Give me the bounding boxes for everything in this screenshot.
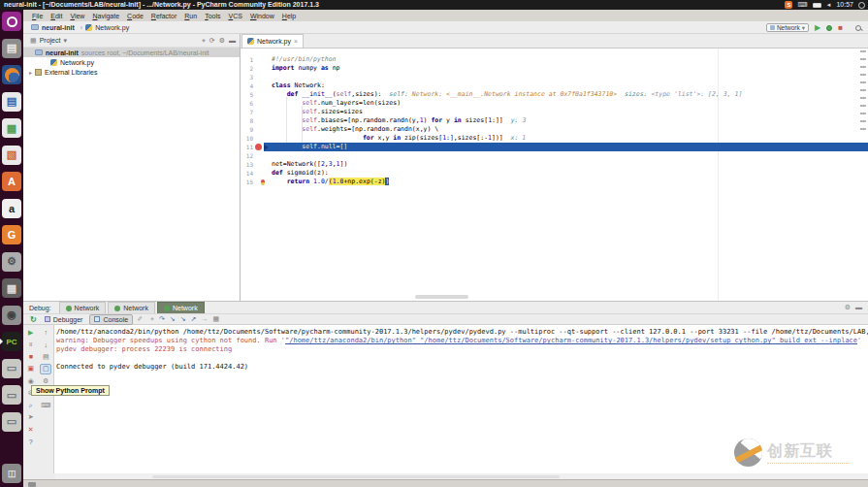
gutter[interactable] — [253, 178, 264, 186]
line-number[interactable]: 6 — [241, 99, 253, 108]
project-header-icon-0[interactable]: ⌖ — [202, 37, 206, 45]
up-stack-button[interactable]: ↑ — [40, 327, 51, 338]
gutter[interactable] — [253, 73, 264, 81]
launcher-icon-libreoffice-impress[interactable]: ▧ — [2, 146, 21, 165]
launcher-icon-trash[interactable]: ◫ — [2, 464, 21, 483]
launcher-icon-system-settings[interactable]: ⚙ — [2, 252, 21, 272]
help-button[interactable]: ? — [25, 437, 37, 447]
error-stripe[interactable] — [860, 50, 867, 136]
line-number[interactable]: 8 — [241, 116, 253, 125]
editor-hscrollbar[interactable] — [415, 295, 468, 299]
launcher-icon-disk-drive[interactable]: ▭ — [2, 412, 21, 432]
battery-icon[interactable] — [813, 3, 821, 8]
resume-button[interactable]: ▶ — [25, 327, 37, 338]
breadcrumb-item-network-py[interactable]: Network.py — [85, 24, 129, 31]
menu-item-vcs[interactable]: VCS — [229, 13, 242, 19]
gutter[interactable] — [253, 160, 264, 169]
launcher-icon-screenshot[interactable]: ◉ — [2, 306, 21, 325]
gutter[interactable] — [253, 90, 264, 99]
line-number[interactable]: 5 — [241, 90, 253, 99]
rerun-icon[interactable]: ↻ — [30, 315, 37, 324]
project-header-icon-1[interactable]: ⟳ — [209, 37, 215, 45]
run-to-cursor[interactable]: → — [201, 315, 208, 323]
launcher-icon-amazon[interactable]: a — [2, 199, 21, 218]
gutter[interactable] — [253, 108, 264, 116]
debug-session-tab-2[interactable]: Network — [157, 302, 205, 313]
line-number[interactable]: 9 — [241, 125, 253, 134]
run-configuration-select[interactable]: Network▾ — [766, 23, 809, 32]
stripe-mark[interactable] — [860, 58, 866, 60]
layout-button[interactable]: ▤ — [40, 351, 51, 362]
evaluate-expression[interactable]: ▦ — [212, 315, 219, 323]
gutter[interactable] — [253, 116, 264, 125]
show-execution-point[interactable]: ⌖ — [150, 315, 154, 323]
search-button[interactable]: ⌕ — [25, 400, 37, 410]
gutter[interactable] — [253, 151, 264, 160]
code-area[interactable]: 1#!/usr/bin/python2import numpy as np34c… — [241, 49, 868, 301]
stripe-mark[interactable] — [860, 66, 866, 68]
launcher-icon-google-app[interactable]: G — [2, 225, 21, 244]
line-number[interactable]: 14 — [241, 169, 253, 178]
toolbox-icon[interactable] — [28, 482, 36, 487]
launcher-icon-disk-drive[interactable]: ▭ — [2, 359, 21, 378]
console-link[interactable]: "/home/ttz/anaconda2/bin/python" "/home/… — [285, 337, 857, 344]
menu-item-refactor[interactable]: Refactor — [151, 13, 177, 19]
close-tab-icon[interactable]: × — [294, 38, 298, 45]
debug-button[interactable] — [826, 25, 832, 31]
menu-item-tools[interactable]: Tools — [205, 13, 220, 19]
editor[interactable]: Network.py × 1#!/usr/bin/python2import n… — [241, 34, 868, 301]
line-number[interactable]: 13 — [241, 160, 253, 169]
project-tree-item-external-libraries[interactable]: ▸External Libraries — [23, 67, 240, 77]
line-number[interactable]: 2 — [241, 64, 253, 73]
line-number[interactable]: 3 — [241, 73, 253, 81]
stop-button[interactable]: ■ — [25, 351, 37, 362]
editor-tab-network-py[interactable]: Network.py × — [241, 34, 304, 48]
gutter[interactable] — [253, 134, 264, 143]
line-number[interactable]: 11 — [241, 143, 253, 151]
menu-item-navigate[interactable]: Navigate — [92, 13, 119, 19]
line-number[interactable]: 4 — [241, 81, 253, 90]
launcher-icon-files[interactable]: ▤ — [2, 39, 21, 58]
view-tab-debugger[interactable]: Debugger — [41, 314, 87, 325]
stripe-mark[interactable] — [860, 128, 866, 130]
debug-header-icon-0[interactable]: ⚙ — [845, 304, 851, 311]
show-python-prompt-button[interactable]: ⌨ — [40, 400, 51, 410]
menu-item-window[interactable]: Window — [250, 13, 274, 19]
breadcrumb-item-neural-init[interactable]: neural-init› — [31, 24, 82, 31]
keyboard-indicator-icon[interactable]: ⌨ — [797, 0, 807, 10]
gutter[interactable] — [253, 169, 264, 178]
gutter[interactable] — [253, 143, 264, 151]
gutter[interactable] — [253, 125, 264, 134]
launcher-icon-libreoffice-calc[interactable]: ▦ — [2, 118, 21, 138]
gutter[interactable] — [253, 55, 264, 64]
launcher-icon-ubuntu-software[interactable]: A — [2, 172, 21, 191]
project-tree-item-network-py[interactable]: Network.py — [23, 57, 240, 67]
launcher-icon-pycharm[interactable]: PC — [2, 332, 21, 351]
launcher-icon-firefox[interactable] — [2, 65, 21, 84]
menu-item-help[interactable]: Help — [282, 13, 296, 19]
launcher-icon-libreoffice-writer[interactable]: ▤ — [2, 92, 21, 112]
project-header-icon-3[interactable]: ▬ — [229, 37, 236, 45]
stripe-mark[interactable] — [860, 120, 866, 122]
menu-item-edit[interactable]: Edit — [50, 13, 62, 19]
stripe-mark[interactable] — [860, 74, 866, 76]
pause-button[interactable]: II — [25, 340, 37, 350]
stripe-mark[interactable] — [860, 97, 866, 99]
volume-icon[interactable]: ◄ — [826, 0, 832, 10]
debug-session-tab-1[interactable]: Network — [108, 302, 155, 313]
view-tab-console[interactable]: Console — [89, 314, 133, 325]
launcher-icon-disk-drive[interactable]: ▭ — [2, 385, 21, 405]
line-number[interactable]: 1 — [241, 55, 253, 64]
debug-session-tab-0[interactable]: Network — [59, 302, 107, 313]
stripe-mark[interactable] — [860, 50, 866, 52]
debug-header-icon-1[interactable]: ▬ — [855, 304, 862, 311]
menu-item-run[interactable]: Run — [184, 13, 197, 19]
menu-item-file[interactable]: File — [32, 13, 43, 19]
search-everywhere-icon[interactable] — [854, 24, 862, 32]
step-into[interactable]: ↘ — [170, 315, 176, 323]
stripe-mark[interactable] — [860, 81, 866, 83]
stripe-mark[interactable] — [860, 89, 866, 91]
show-console-button[interactable]: ▢ — [40, 364, 51, 374]
input-method-icon[interactable]: S — [785, 1, 792, 9]
menu-item-code[interactable]: Code — [127, 13, 144, 19]
